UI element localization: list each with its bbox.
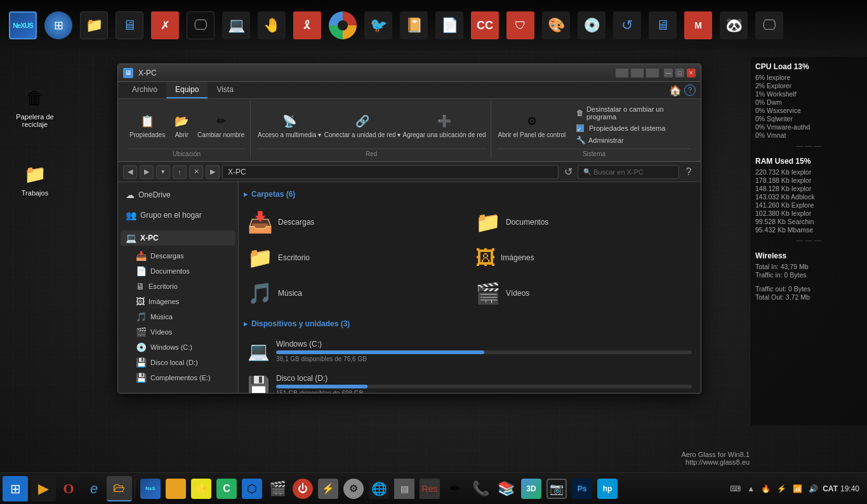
taskbar-usb-app[interactable]: ⚡ — [315, 476, 341, 501]
taskbar-ps-app[interactable]: Ps — [569, 476, 595, 501]
agregar-ubicacion-button[interactable]: ➕ Agregar una ubicación de red — [403, 110, 486, 141]
network-tray-icon[interactable]: 📶 — [791, 483, 804, 494]
taskbar-phone-app[interactable]: 📞 — [468, 476, 493, 501]
nav-path[interactable]: X-PC — [222, 165, 559, 179]
folder-descargas[interactable]: 📥 Descargas — [244, 206, 468, 238]
desktop-manage-icon[interactable]: 🖥 — [646, 9, 679, 42]
sidebar-item-xpc[interactable]: 💻 X-PC — [121, 230, 235, 246]
taskbar-monitor-app[interactable]: Res — [417, 476, 442, 501]
taskbar-camera-app[interactable]: 📷 — [544, 476, 569, 501]
folder-imagenes[interactable]: 🖼 Imágenes — [472, 242, 696, 274]
language-indicator[interactable]: CAT — [823, 484, 838, 493]
close-button[interactable]: ✕ — [687, 69, 696, 77]
keyboard-icon[interactable]: ⌨ — [728, 483, 743, 494]
nexus-icon[interactable]: NeXUS — [6, 9, 39, 42]
shield-red-icon[interactable]: 🛡 — [504, 9, 537, 42]
folder-escritorio[interactable]: 📁 Escritorio — [244, 242, 468, 274]
chrome-icon[interactable] — [326, 9, 359, 42]
desinstalar-button[interactable]: 🗑 Desinstalar o cambiar un programa — [574, 104, 685, 122]
taskbar-pen-app[interactable]: ✒ — [442, 476, 468, 501]
computer-screen-icon[interactable]: 🖥 — [113, 9, 146, 42]
taskbar-yellow-app[interactable] — [163, 476, 189, 501]
gmail-icon[interactable]: M — [682, 9, 715, 42]
sidebar-item-musica[interactable]: 🎵 Música — [121, 309, 235, 324]
sidebar-item-documentos[interactable]: 📄 Documentos — [121, 263, 235, 279]
volume-tray-icon[interactable]: 🔊 — [807, 483, 820, 494]
bird-icon[interactable]: 🐦 — [362, 9, 395, 42]
taskbar-globe-app[interactable]: 🌐 — [366, 476, 392, 501]
usb-tray-icon[interactable]: ⚡ — [775, 483, 788, 494]
folder-musica[interactable]: 🎵 Música — [244, 277, 468, 309]
taskbar-kodi-app[interactable]: ⬡ — [239, 476, 265, 501]
folder-light-icon[interactable]: 📁 — [77, 9, 110, 42]
delete-icon[interactable]: ✗ — [149, 9, 182, 42]
maximize-button[interactable]: □ — [675, 69, 684, 77]
taskbar-ie[interactable]: e — [81, 476, 107, 501]
help-icon[interactable]: ? — [684, 84, 696, 96]
taskbar-explorer[interactable]: 🗁 — [107, 476, 132, 501]
recycle-bin-icon[interactable]: 🗑 Papelera de reciclaje — [13, 83, 57, 131]
notebook-icon[interactable]: 📔 — [397, 9, 430, 42]
taskbar-opera[interactable]: O — [56, 476, 81, 501]
taskbar-power-app[interactable]: ⏻ — [290, 476, 315, 501]
sidebar-item-onedrive[interactable]: ☁ OneDrive — [121, 187, 235, 202]
trabajos-icon[interactable]: 📁 Trabajos — [13, 159, 57, 199]
nav-search[interactable]: 🔍 Buscar en X-PC — [578, 165, 679, 179]
nav-arrow-button[interactable]: ▶ — [206, 165, 220, 179]
nav-down-button[interactable]: ▾ — [156, 165, 170, 179]
sidebar-item-videos[interactable]: 🎬 Vídeos — [121, 324, 235, 340]
panda-icon[interactable]: 🐼 — [717, 9, 750, 42]
home-icon[interactable]: 🏠 — [669, 84, 682, 96]
sidebar-item-descargas[interactable]: 📥 Descargas — [121, 248, 235, 263]
drive-windows-c[interactable]: 💻 Windows (C:) 38,1 GB disponibles de 76… — [244, 336, 696, 366]
taskbar-stars-app[interactable]: ⭐ — [189, 476, 214, 501]
nav-up-button[interactable]: ↑ — [173, 165, 187, 179]
nav-back-button[interactable]: ◀ — [123, 165, 137, 179]
folder-documentos[interactable]: 📁 Documentos — [472, 206, 696, 238]
refresh-icon[interactable]: ↺ — [611, 9, 644, 42]
sidebar-item-disco-d[interactable]: 💾 Disco local (D:) — [121, 355, 235, 370]
monitor3-icon[interactable]: 🖵 — [753, 9, 786, 42]
conectar-unidad-button[interactable]: 🔗 Conectar a unidad de red ▾ — [324, 110, 400, 141]
black-monitor-icon[interactable]: 🖵 — [184, 9, 217, 42]
tab-vista[interactable]: Vista — [208, 82, 242, 98]
nav-forward-button[interactable]: ▶ — [140, 165, 154, 179]
sidebar-item-windows-c[interactable]: 💿 Windows (C:) — [121, 340, 235, 355]
propiedades-button[interactable]: 📋 Propiedades — [128, 110, 166, 141]
taskbar-book2-app[interactable]: 📚 — [493, 476, 519, 501]
ccleaner-icon[interactable]: CC — [468, 9, 501, 42]
red-ribbon-icon[interactable]: 🎗 — [291, 9, 324, 42]
folder-videos[interactable]: 🎬 Vídeos — [472, 277, 696, 309]
tray-arrow-icon[interactable]: ▲ — [745, 483, 757, 494]
minimize-button[interactable]: — — [664, 69, 673, 77]
taskbar-settings-app[interactable]: ⚙ — [341, 476, 366, 501]
propiedades-sistema-button[interactable]: Propiedades del sistema — [574, 123, 685, 133]
blue-computer-icon[interactable]: 💻 — [220, 9, 253, 42]
taskbar-green-app[interactable]: C — [214, 476, 239, 501]
taskbar-toolbar-app[interactable]: ▤ — [392, 476, 417, 501]
glove-icon[interactable]: 🤚 — [255, 9, 288, 42]
acceso-multimedia-button[interactable]: 📡 Acceso a multimedia ▾ — [257, 110, 322, 141]
panel-control-button[interactable]: ⚙ Abrir el Panel de control — [498, 110, 566, 141]
start-button[interactable]: ⊞ — [3, 476, 28, 501]
tab-archivo[interactable]: Archivo — [123, 82, 166, 98]
taskbar-nexus[interactable]: NxS — [138, 476, 163, 501]
firewall-tray-icon[interactable]: 🔥 — [759, 483, 772, 494]
sidebar-item-hogar[interactable]: 👥 Grupo en el hogar — [121, 208, 235, 223]
nav-refresh-button[interactable]: ↺ — [561, 165, 575, 179]
sidebar-item-complementos-e[interactable]: 💾 Complementos (E:) — [121, 370, 235, 385]
windows-orb-icon[interactable]: ⊞ — [42, 9, 75, 42]
drive-disco-d[interactable]: 💾 Disco local (D:) 151 GB disponibles de… — [244, 370, 696, 394]
nav-close-nav-button[interactable]: ✕ — [189, 165, 203, 179]
cd-icon[interactable]: 💿 — [575, 9, 608, 42]
abrir-button[interactable]: 📂 Abrir — [169, 110, 194, 141]
taskbar-3d-app[interactable]: 3D — [519, 476, 544, 501]
taskbar-media-player[interactable]: ▶ — [30, 476, 56, 501]
cambiar-nombre-button[interactable]: ✏ Cambiar nombre — [197, 110, 245, 141]
administrar-button[interactable]: 🔧 Administrar — [574, 135, 685, 146]
tab-equipo[interactable]: Equipo — [166, 82, 208, 98]
paintbrush-icon[interactable]: 🎨 — [539, 9, 572, 42]
taskbar-hp-app[interactable]: hp — [595, 476, 620, 501]
sidebar-item-imagenes[interactable]: 🖼 Imágenes — [121, 294, 235, 309]
sidebar-item-escritorio[interactable]: 🖥 Escritorio — [121, 279, 235, 294]
